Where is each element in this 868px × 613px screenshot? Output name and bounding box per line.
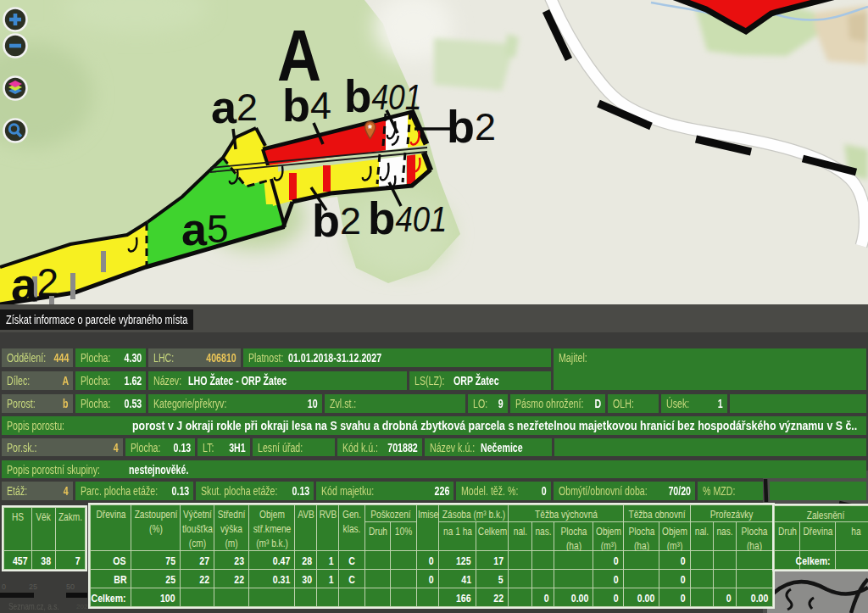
svg-text:b2: b2: [447, 101, 496, 152]
svg-text:a5: a5: [181, 203, 229, 254]
svg-text:b401: b401: [368, 193, 447, 243]
svg-text:b4: b4: [282, 80, 331, 131]
svg-text:b2: b2: [312, 195, 361, 246]
svg-text:a2: a2: [211, 81, 258, 132]
svg-text:b401: b401: [344, 71, 421, 121]
svg-text:a2: a2: [11, 259, 58, 311]
